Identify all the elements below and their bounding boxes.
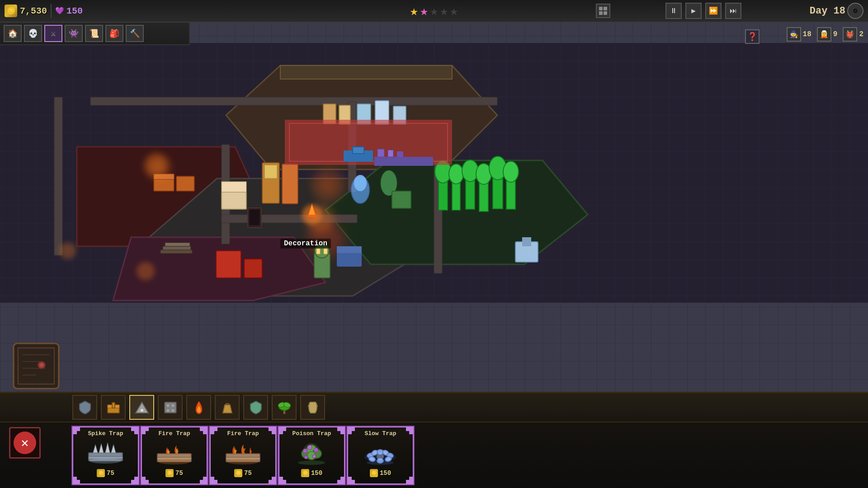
tab-bag[interactable] <box>215 395 240 420</box>
gem-amount: 150 <box>66 6 83 16</box>
svg-rect-31 <box>216 251 241 278</box>
svg-rect-9 <box>90 97 497 105</box>
skip-button[interactable]: ⏭ <box>725 3 741 19</box>
star-4: ★ <box>440 3 448 19</box>
svg-rect-10 <box>54 97 62 255</box>
tool-dungeon[interactable]: 🏠 <box>4 25 22 42</box>
game-controls: ⏸ ▶ ⏩ ⏭ <box>665 3 741 19</box>
svg-point-115 <box>304 455 308 459</box>
warrior-counter: 🧙 18 <box>787 27 811 42</box>
svg-rect-69 <box>397 151 403 157</box>
item-fire-trap-2[interactable]: Fire Trap 🪙 75 <box>210 427 276 484</box>
top-bar: 🪙 7,530 💜 150 ★ ★ ★ ★ ★ ⏸ ▶ ⏩ ⏭ Day 18 ⚙… <box>0 0 868 23</box>
svg-rect-40 <box>337 246 362 253</box>
gold-amount: 7,530 <box>20 6 47 16</box>
tab-box[interactable] <box>101 395 126 420</box>
fire-trap-1-cost-amount: 75 <box>175 469 183 477</box>
fire-trap-2-image <box>223 439 264 468</box>
separator-1 <box>51 4 52 18</box>
svg-rect-30 <box>282 164 298 204</box>
tab-vase[interactable] <box>300 395 325 420</box>
tool-traps[interactable]: ⚔️ <box>44 25 62 42</box>
fast-forward-button[interactable]: ⏩ <box>705 3 722 19</box>
svg-rect-32 <box>244 259 262 278</box>
pause-button[interactable]: ⏸ <box>665 3 682 19</box>
item-spike-trap[interactable]: Spike Trap 🪙 75 <box>72 427 139 484</box>
tab-fire[interactable] <box>186 395 211 420</box>
close-x-icon: ✕ <box>14 432 36 454</box>
tool-hammer[interactable]: 🔨 <box>126 25 144 42</box>
tool-monster[interactable]: 👾 <box>65 25 83 42</box>
svg-marker-97 <box>105 443 110 453</box>
svg-rect-68 <box>388 150 393 157</box>
svg-marker-4 <box>280 66 452 79</box>
svg-marker-98 <box>111 445 116 453</box>
fire-trap-2-cost: 🪙 75 <box>234 469 252 477</box>
grid-layout-button[interactable] <box>596 4 610 18</box>
day-counter: Day 18 <box>810 5 845 17</box>
star-2: ★ <box>420 3 428 19</box>
svg-point-19 <box>60 243 76 259</box>
tab-row <box>0 393 868 422</box>
slow-trap-name: Slow Trap <box>364 430 396 437</box>
item-slow-trap[interactable]: Slow Trap <box>347 427 414 484</box>
svg-rect-34 <box>222 182 246 192</box>
svg-point-126 <box>377 453 384 460</box>
spike-trap-name: Spike Trap <box>88 430 123 437</box>
svg-rect-78 <box>604 11 607 15</box>
goblin-count: 2 <box>859 30 863 38</box>
help-button[interactable]: ❓ <box>745 29 760 44</box>
fire-trap-1-cost: 🪙 75 <box>165 469 183 477</box>
fire-trap-1-cost-icon: 🪙 <box>165 469 174 477</box>
warrior-count: 18 <box>803 30 811 38</box>
settings-button[interactable]: ⚙️ <box>847 3 863 19</box>
svg-point-114 <box>312 455 316 458</box>
slow-trap-image <box>360 439 401 468</box>
fire-trap-2-cost-icon: 🪙 <box>234 469 242 477</box>
mage-icon: 🧝 <box>817 27 831 42</box>
play-button[interactable]: ▶ <box>685 3 702 19</box>
dungeon-scene <box>0 43 868 303</box>
svg-point-105 <box>227 459 259 465</box>
tab-palm[interactable] <box>272 395 297 420</box>
gem-icon: 💜 <box>55 6 64 15</box>
tab-floor[interactable] <box>158 395 183 420</box>
tool-skull[interactable]: 💀 <box>24 25 42 42</box>
fire-trap-1-image <box>154 439 195 468</box>
gold-display: 🪙 7,530 <box>5 5 47 17</box>
svg-point-130 <box>40 364 43 366</box>
tab-shield-2[interactable] <box>243 395 268 420</box>
svg-rect-54 <box>522 237 531 246</box>
item-poison-trap[interactable]: Poison Trap <box>278 427 345 484</box>
mage-count: 9 <box>833 30 838 38</box>
svg-rect-66 <box>374 157 433 166</box>
goblin-icon: 👹 <box>843 27 857 42</box>
svg-rect-33 <box>222 192 246 209</box>
svg-point-116 <box>298 460 325 465</box>
svg-rect-73 <box>163 246 191 250</box>
item-fire-trap-1[interactable]: Fire Trap 🪙 75 <box>141 427 208 484</box>
tab-shield[interactable] <box>72 395 97 420</box>
svg-point-18 <box>137 262 155 280</box>
svg-rect-38 <box>324 249 327 254</box>
svg-point-102 <box>158 459 190 465</box>
svg-rect-75 <box>599 7 603 10</box>
tab-traps[interactable] <box>129 395 154 420</box>
svg-rect-67 <box>377 149 384 157</box>
svg-rect-71 <box>249 209 260 225</box>
svg-point-52 <box>503 161 519 182</box>
svg-rect-26 <box>154 174 174 179</box>
slow-trap-cost: 🪙 150 <box>370 469 391 477</box>
svg-rect-76 <box>604 7 607 10</box>
svg-rect-58 <box>392 191 411 208</box>
fire-trap-2-cost-amount: 75 <box>244 469 252 477</box>
svg-rect-13 <box>222 215 357 223</box>
tool-scroll[interactable]: 📜 <box>85 25 103 42</box>
tool-bag[interactable]: 🎒 <box>105 25 123 42</box>
svg-point-83 <box>141 409 143 412</box>
svg-rect-81 <box>112 403 115 408</box>
close-button[interactable]: ✕ <box>9 427 41 459</box>
close-label: ✕ <box>21 435 29 450</box>
svg-point-56 <box>354 175 367 191</box>
fire-trap-2-name: Fire Trap <box>227 430 259 437</box>
